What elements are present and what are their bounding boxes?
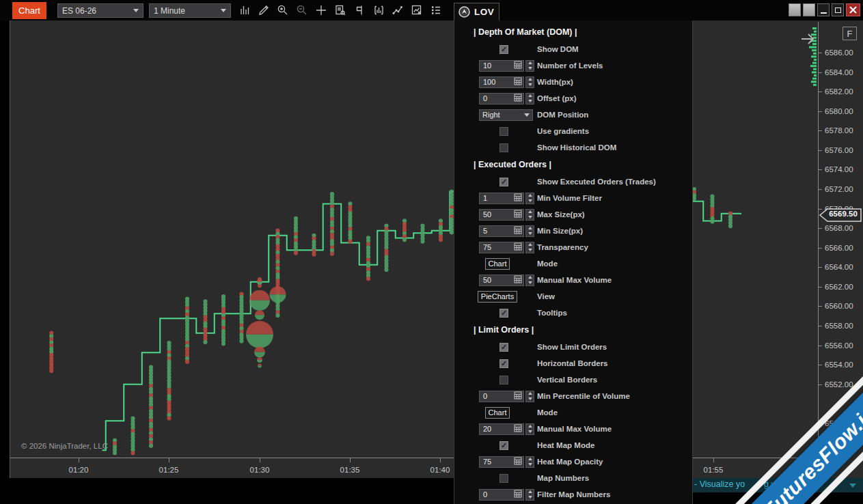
calculator-icon[interactable] [514,208,523,221]
instrument-select[interactable]: ES 06-26 [57,3,143,18]
calculator-icon[interactable] [514,76,523,88]
price-axis[interactable]: F 6586.006584.006582.006580.006578.00657… [818,20,863,478]
zoom-out-icon[interactable] [295,2,309,18]
spinner-control[interactable] [525,423,534,435]
calculator-icon[interactable] [514,59,523,72]
number-of-levels-input[interactable]: 10 [479,60,524,72]
chart-template-icon[interactable] [410,2,424,18]
spinner-control[interactable] [525,209,534,221]
calculator-icon[interactable] [514,390,523,402]
offset-px-input[interactable]: 0 [479,93,524,104]
heat-map-mode-checkbox[interactable]: ✓ [499,441,508,450]
drawing-tools-icon[interactable] [257,2,271,18]
spin-down-icon[interactable] [528,232,532,235]
tab-chart[interactable]: Chart [12,2,46,19]
use-gradients-checkbox[interactable] [499,127,508,136]
spin-down-icon[interactable] [528,216,532,219]
close-button[interactable] [846,3,860,16]
spin-up-icon[interactable] [528,78,532,81]
spin-up-icon[interactable] [528,243,532,246]
spin-down-icon[interactable] [528,397,532,400]
show-dom-checkbox[interactable]: ✓ [499,45,508,54]
show-historical-dom-checkbox[interactable] [499,143,508,152]
min-volume-filter-input[interactable]: 1 [479,193,524,204]
chart-canvas[interactable]: © 2026 NinjaTrader, LLC 01:2001:2501:300… [10,20,863,478]
spin-up-icon[interactable] [528,276,532,279]
calculator-icon[interactable] [514,241,523,253]
spin-down-icon[interactable] [528,100,532,102]
spin-down-icon[interactable] [528,249,532,251]
time-axis[interactable]: 01:2001:2501:3001:3501:4001:55 [10,458,818,478]
min-size-px-input[interactable]: 5 [479,225,524,237]
view-button[interactable]: PieCharts [478,291,517,303]
data-series-icon[interactable] [429,2,443,18]
spinner-control[interactable] [525,391,534,402]
manual-max-volume-input[interactable]: 20 [479,423,524,435]
spin-up-icon[interactable] [528,210,532,213]
spin-down-icon[interactable] [528,496,532,499]
spinner-control[interactable] [525,275,534,286]
mode-button[interactable]: Chart [485,258,510,270]
spin-up-icon[interactable] [528,425,532,428]
minimize-button[interactable] [817,3,830,16]
f-button[interactable]: F [843,27,857,40]
spin-down-icon[interactable] [528,199,532,202]
chart-trader-icon[interactable] [353,2,366,18]
spin-up-icon[interactable] [528,392,532,395]
mode-button[interactable]: Chart [485,407,510,419]
spin-up-icon[interactable] [528,490,532,493]
draw-line-icon[interactable] [391,2,405,18]
interval-select[interactable]: 1 Minute [149,3,231,18]
indicators-icon[interactable] [372,2,385,18]
spinner-control[interactable] [525,242,534,253]
spinner-control[interactable] [525,93,534,104]
calculator-icon[interactable] [514,225,523,237]
spinner-control[interactable] [525,456,534,468]
spin-up-icon[interactable] [528,194,532,197]
show-limit-orders-checkbox[interactable]: ✓ [499,343,508,352]
horizontal-borders-checkbox[interactable]: ✓ [499,359,508,368]
spinner-control[interactable] [525,225,534,237]
spinner-control[interactable] [525,60,534,72]
filter-map-numbers-input[interactable]: 0 [479,489,524,501]
data-box-icon[interactable] [333,2,347,18]
spinner-control[interactable] [525,193,534,204]
spinner-control[interactable] [525,489,534,501]
manual-max-volume-input[interactable]: 50 [479,275,524,286]
chart-style-icon[interactable] [238,2,251,18]
tooltips-checkbox[interactable]: ✓ [499,309,508,318]
calculator-icon[interactable] [514,423,523,435]
spin-down-icon[interactable] [528,281,532,284]
calculator-icon[interactable] [514,488,523,501]
chevron-down-icon[interactable] [849,484,856,488]
workspace-button-2[interactable] [803,3,815,16]
spin-down-icon[interactable] [528,67,532,70]
zoom-in-icon[interactable] [276,2,290,18]
crosshair-icon[interactable] [314,2,328,18]
spin-up-icon[interactable] [528,94,532,97]
spin-up-icon[interactable] [528,227,532,229]
calculator-icon[interactable] [514,192,523,204]
heat-map-opacity-input[interactable]: 75 [479,456,524,468]
transparency-input[interactable]: 75 [479,242,524,253]
trade-dot [203,340,207,344]
max-size-px-input[interactable]: 50 [479,209,524,221]
spin-down-icon[interactable] [528,430,532,433]
spin-down-icon[interactable] [528,83,532,86]
calculator-icon[interactable] [514,274,523,286]
tab-lov[interactable]: LOV [454,3,499,20]
spin-up-icon[interactable] [528,61,532,64]
map-numbers-checkbox[interactable] [499,474,508,483]
spin-down-icon[interactable] [528,463,532,466]
vertical-borders-checkbox[interactable] [499,376,508,384]
calculator-icon[interactable] [514,92,523,104]
spinner-control[interactable] [525,76,534,88]
min-percentile-of-volume-input[interactable]: 0 [479,391,524,402]
spin-up-icon[interactable] [528,458,532,460]
show-executed-orders-trades-checkbox[interactable]: ✓ [499,178,508,186]
maximize-button[interactable] [832,3,844,16]
calculator-icon[interactable] [514,456,523,468]
dom-position-select[interactable]: Right [479,109,533,121]
workspace-button-1[interactable] [789,3,801,16]
width-px-input[interactable]: 100 [479,76,524,88]
